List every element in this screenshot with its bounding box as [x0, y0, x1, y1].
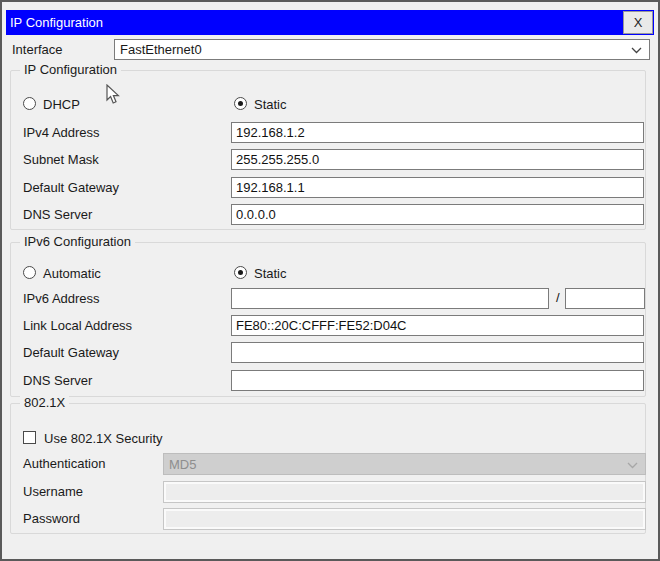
ipv6-default-gateway-row: Default Gateway	[11, 342, 645, 364]
dhcp-radio-label[interactable]: DHCP	[43, 97, 80, 112]
subnet-mask-label: Subnet Mask	[23, 152, 99, 167]
dns-server-label: DNS Server	[23, 207, 92, 222]
ipv6-mode-row: Automatic Static	[11, 265, 645, 287]
authentication-label: Authentication	[23, 456, 105, 471]
interface-selected-value: FastEthernet0	[120, 42, 202, 57]
interface-select[interactable]: FastEthernet0	[114, 39, 650, 60]
chevron-down-icon	[631, 47, 642, 54]
ipv6-configuration-group-label: IPv6 Configuration	[20, 234, 135, 249]
ipv6-address-row: IPv6 Address /	[11, 288, 645, 310]
use-dot1x-security-checkbox[interactable]	[23, 431, 36, 444]
default-gateway-label: Default Gateway	[23, 180, 119, 195]
authentication-selected-value: MD5	[169, 457, 196, 472]
link-local-address-label: Link Local Address	[23, 318, 132, 333]
prefix-separator: /	[556, 290, 560, 305]
password-label: Password	[23, 511, 80, 526]
ipv4-address-row: IPv4 Address	[11, 122, 645, 144]
ip-configuration-group-label: IP Configuration	[20, 62, 121, 77]
dot1x-security-row: Use 802.1X Security	[11, 430, 645, 452]
ipv6-static-radio[interactable]	[234, 266, 247, 279]
subnet-mask-row: Subnet Mask	[11, 149, 645, 171]
password-row: Password	[11, 508, 645, 530]
ipv6-static-radio-label[interactable]: Static	[254, 266, 287, 281]
password-input	[163, 508, 646, 530]
use-dot1x-security-label[interactable]: Use 802.1X Security	[44, 431, 163, 446]
link-local-address-row: Link Local Address	[11, 315, 645, 337]
ip-configuration-group: IP Configuration DHCP Static IPv4 Addres…	[10, 70, 646, 230]
ipv6-dns-server-label: DNS Server	[23, 373, 92, 388]
default-gateway-row: Default Gateway	[11, 177, 645, 199]
window-title: IP Configuration	[6, 15, 103, 30]
titlebar[interactable]: IP Configuration X	[6, 10, 654, 35]
ip-configuration-dialog: IP Configuration X Interface FastEtherne…	[0, 0, 660, 561]
ipv6-default-gateway-input[interactable]	[231, 342, 644, 363]
ipv6-address-label: IPv6 Address	[23, 291, 100, 306]
interface-label: Interface	[12, 42, 63, 57]
dns-server-row: DNS Server	[11, 204, 645, 226]
dot1x-group-label: 802.1X	[20, 395, 69, 410]
username-input	[163, 481, 646, 503]
ipv6-automatic-radio[interactable]	[23, 266, 36, 279]
subnet-mask-input[interactable]	[231, 149, 644, 170]
link-local-address-input[interactable]	[231, 315, 644, 336]
ipv6-default-gateway-label: Default Gateway	[23, 345, 119, 360]
chevron-down-icon	[627, 462, 638, 469]
username-label: Username	[23, 484, 83, 499]
ipv4-address-label: IPv4 Address	[23, 125, 100, 140]
ipv6-dns-server-row: DNS Server	[11, 370, 645, 392]
ipv6-configuration-group: IPv6 Configuration Automatic Static IPv6…	[10, 242, 646, 397]
dot1x-group: 802.1X Use 802.1X Security Authenticatio…	[10, 403, 646, 534]
default-gateway-input[interactable]	[231, 177, 644, 198]
ipv4-address-input[interactable]	[231, 122, 644, 143]
authentication-row: Authentication MD5	[11, 453, 645, 475]
dns-server-input[interactable]	[231, 204, 644, 225]
username-row: Username	[11, 481, 645, 503]
static-radio-label[interactable]: Static	[254, 97, 287, 112]
interface-row: Interface FastEthernet0	[2, 39, 658, 61]
static-radio[interactable]	[234, 97, 247, 110]
dhcp-radio[interactable]	[23, 97, 36, 110]
ipv6-dns-server-input[interactable]	[231, 370, 644, 391]
ipv6-prefix-input[interactable]	[565, 288, 645, 309]
authentication-select: MD5	[163, 453, 646, 475]
ipv6-address-input[interactable]	[231, 288, 549, 309]
ipv6-automatic-radio-label[interactable]: Automatic	[43, 266, 101, 281]
ipv4-mode-row: DHCP Static	[11, 96, 645, 118]
close-button[interactable]: X	[623, 11, 653, 34]
